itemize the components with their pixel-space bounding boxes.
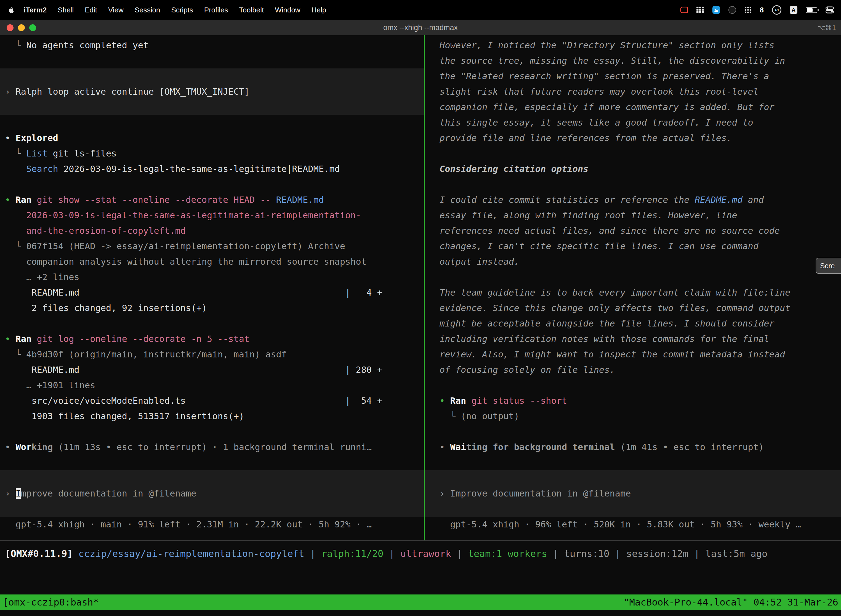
- text-segment: essay file, along with finding root file…: [440, 210, 737, 220]
- screen-share-notice[interactable]: Scre: [816, 258, 841, 274]
- terminal-line: › Ralph loop active continue [OMX_TMUX_I…: [0, 84, 424, 99]
- prompt-input[interactable]: › Improve documentation in @filename: [0, 470, 424, 517]
- traffic-lights: [0, 24, 36, 31]
- menu-session[interactable]: Session: [129, 6, 166, 14]
- menu-scripts[interactable]: Scripts: [166, 6, 198, 14]
- menu-iterm2[interactable]: iTerm2: [18, 6, 52, 14]
- terminal-line: this single essay, it seems like a good …: [425, 115, 841, 130]
- text-segment: Ran: [16, 334, 32, 344]
- text-segment: … +2 lines: [5, 272, 79, 282]
- control-center-icon[interactable]: [826, 6, 834, 13]
- text-segment: git log --oneline --decorate -n 5 --stat: [37, 334, 250, 344]
- text-segment: Search: [26, 164, 58, 174]
- text-segment: Ran: [450, 396, 466, 406]
- text-segment: last:5m ago: [705, 548, 767, 559]
- close-window-button[interactable]: [7, 24, 13, 31]
- input-source-icon[interactable]: A: [790, 6, 797, 14]
- text-segment: changes, I can't cite specific file line…: [440, 241, 759, 251]
- terminal-line: › Improve documentation in @filename: [0, 486, 424, 501]
- menu-profiles[interactable]: Profiles: [199, 6, 234, 14]
- text-segment: README.md: [695, 195, 743, 205]
- terminal-line: changes, I can't cite specific file line…: [425, 238, 841, 254]
- text-segment: session:12m: [626, 548, 689, 559]
- apple-menu-icon[interactable]: [8, 6, 15, 13]
- text-segment: companion file, especially if more comme…: [440, 102, 775, 112]
- menu-edit[interactable]: Edit: [79, 6, 103, 14]
- terminal-line: └ List git ls-files: [0, 146, 424, 161]
- terminal-line: of focusing solely on file lines.: [425, 362, 841, 378]
- text-segment: gpt-5.4 xhigh · 96% left · 520K in · 5.8…: [440, 519, 801, 529]
- blue-app-icon[interactable]: [712, 6, 720, 14]
- terminal-line: review. Also, I might want to inspect th…: [425, 347, 841, 362]
- menu-view[interactable]: View: [103, 6, 129, 14]
- working-status-line: • Working (11m 13s • esc to interrupt) ·…: [0, 439, 424, 455]
- terminal-line: [0, 115, 424, 130]
- terminal-line: [425, 378, 841, 393]
- battery-icon[interactable]: [806, 7, 817, 13]
- dots-grid-icon[interactable]: [744, 6, 752, 13]
- text-segment: [5, 210, 26, 220]
- text-segment: the source tree, missing the essay. Stil…: [440, 56, 785, 66]
- text-segment: and: [743, 195, 764, 205]
- menu-toolbelt[interactable]: Toolbelt: [234, 6, 270, 14]
- window-titlebar[interactable]: omx --xhigh --madmax ⌥⌘1: [0, 20, 841, 35]
- text-segment: README.md: [276, 195, 324, 205]
- terminal-line: references need actual files, and since …: [425, 223, 841, 238]
- terminal-line: evidence. Since this change only affects…: [425, 300, 841, 316]
- text-segment: mprove documentation in @filename: [21, 488, 196, 499]
- text-segment: Improve documentation in @filename: [450, 488, 631, 499]
- grid-icon[interactable]: [696, 7, 704, 13]
- menu-window[interactable]: Window: [269, 6, 306, 14]
- text-segment: ultrawork: [400, 548, 451, 559]
- text-segment: src/voice/voiceModeEnabled.ts | 54 +: [5, 396, 382, 406]
- terminal-line: … +1901 lines: [0, 378, 424, 393]
- text-segment: … +1901 lines: [5, 380, 95, 390]
- text-segment: └: [5, 241, 26, 251]
- terminal-line: [425, 269, 841, 285]
- battery-gauge-icon[interactable]: .61: [772, 5, 781, 15]
- text-segment: |: [384, 548, 400, 559]
- prompt-input[interactable]: › Improve documentation in @filename: [425, 470, 841, 517]
- keyboard-layout-icon[interactable]: 8: [760, 6, 764, 14]
- bottom-gap: [0, 610, 841, 616]
- terminal-line: 2026-03-09-is-legal-the-same-as-legitima…: [0, 208, 424, 223]
- text-segment: git show --stat --oneline --decorate HEA…: [37, 195, 276, 205]
- text-segment: turns:10: [564, 548, 610, 559]
- agents-status-line: └ No agents completed yet: [0, 38, 424, 53]
- zoom-window-button[interactable]: [29, 24, 36, 31]
- thinking-header: Considering citation options: [425, 161, 841, 177]
- left-terminal-pane[interactable]: └ No agents completed yet› Ralph loop ac…: [0, 35, 424, 540]
- menu-bar: iTerm2ShellEditViewSessionScriptsProfile…: [0, 0, 841, 20]
- terminal-line: [0, 53, 424, 69]
- text-segment: [OMX#0.11.9]: [5, 548, 73, 559]
- screen-record-icon[interactable]: [680, 7, 688, 13]
- window-shortcut-badge: ⌥⌘1: [817, 24, 836, 32]
- text-segment: Wai: [450, 442, 466, 452]
- text-segment: 4b9d30f (origin/main, instructkr/main, m…: [26, 349, 287, 359]
- terminal-line: › Improve documentation in @filename: [425, 486, 841, 501]
- terminal-line: and-the-erosion-of-copyleft.md: [0, 223, 424, 238]
- battery-nub: [818, 9, 819, 11]
- text-segment: 2026-03-09-is-legal-the-same-as-legitima…: [26, 210, 361, 220]
- tmux-session-label: [omx-cczip0:bash*: [3, 597, 99, 608]
- text-segment: output instead.: [440, 257, 519, 267]
- terminal-line: [0, 316, 424, 331]
- text-segment: including verification notes with those …: [440, 334, 769, 344]
- minimize-window-button[interactable]: [18, 24, 25, 31]
- text-segment: •: [5, 195, 16, 205]
- right-terminal-pane[interactable]: However, I noticed the "Directory Struct…: [425, 35, 841, 540]
- battery-gauge-label: .61: [774, 8, 779, 12]
- text-segment: ›: [440, 488, 450, 499]
- text-segment: •: [440, 396, 450, 406]
- text-segment: |: [304, 548, 321, 559]
- text-segment: I: [16, 488, 21, 499]
- menu-shell[interactable]: Shell: [52, 6, 79, 14]
- text-segment: ›: [5, 87, 16, 97]
- menu-help[interactable]: Help: [306, 6, 332, 14]
- text-segment: •: [440, 442, 450, 452]
- window-title: omx --xhigh --madmax: [0, 23, 841, 32]
- terminal-line: 1903 files changed, 513517 insertions(+): [0, 408, 424, 424]
- dark-app-icon[interactable]: [728, 6, 736, 14]
- terminal-line: [425, 177, 841, 192]
- terminal-line: [0, 177, 424, 192]
